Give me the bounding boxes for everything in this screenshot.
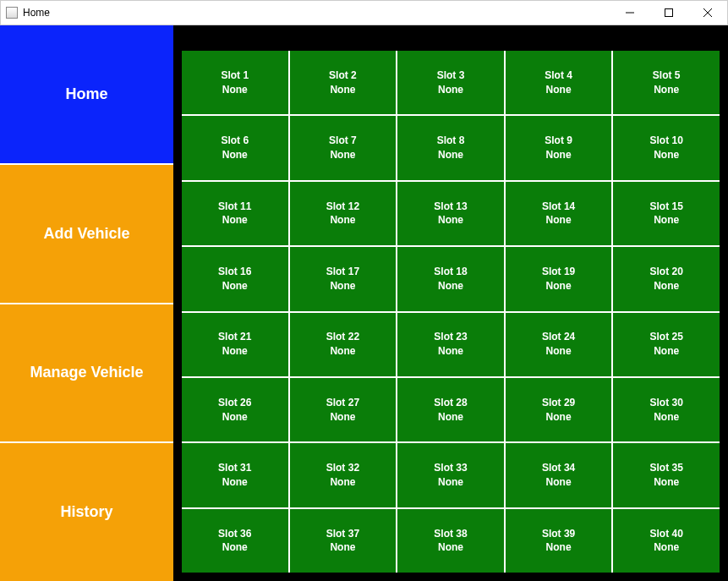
slot-status: None — [438, 540, 463, 555]
slot-cell[interactable]: Slot 18None — [397, 247, 504, 310]
slot-cell[interactable]: Slot 37None — [290, 509, 397, 573]
slot-cell[interactable]: Slot 1None — [182, 51, 288, 114]
slot-name: Slot 11 — [218, 200, 251, 214]
app-icon — [6, 7, 18, 19]
slot-status: None — [222, 213, 248, 227]
slot-cell[interactable]: Slot 21None — [182, 313, 288, 376]
slot-cell[interactable]: Slot 4None — [506, 51, 612, 114]
slot-status: None — [546, 344, 572, 359]
slot-cell[interactable]: Slot 3None — [397, 51, 504, 114]
nav-history[interactable]: History — [0, 443, 173, 581]
slot-cell[interactable]: Slot 23None — [397, 313, 504, 376]
slot-status: None — [330, 475, 355, 490]
slot-cell[interactable]: Slot 27None — [290, 378, 397, 441]
slot-grid: Slot 1NoneSlot 2NoneSlot 3NoneSlot 4None… — [182, 51, 720, 573]
main-panel: Slot 1NoneSlot 2NoneSlot 3NoneSlot 4None… — [173, 25, 728, 581]
maximize-button[interactable] — [649, 1, 688, 25]
slot-cell[interactable]: Slot 19None — [506, 247, 612, 310]
close-icon — [703, 8, 712, 17]
slot-name: Slot 6 — [221, 134, 249, 148]
slot-status: None — [654, 475, 679, 490]
slot-cell[interactable]: Slot 15None — [613, 182, 720, 245]
slot-cell[interactable]: Slot 39None — [506, 509, 612, 573]
slot-cell[interactable]: Slot 2None — [290, 51, 397, 114]
slot-cell[interactable]: Slot 29None — [506, 378, 612, 441]
slot-status: None — [654, 344, 679, 359]
slot-name: Slot 10 — [650, 134, 683, 148]
slot-name: Slot 19 — [542, 265, 575, 279]
slot-status: None — [330, 344, 355, 359]
slot-name: Slot 5 — [653, 69, 681, 83]
slot-cell[interactable]: Slot 7None — [290, 116, 397, 179]
slot-cell[interactable]: Slot 40None — [613, 509, 720, 573]
slot-name: Slot 31 — [218, 461, 251, 475]
minimize-button[interactable] — [610, 1, 649, 25]
slot-status: None — [438, 83, 463, 97]
slot-cell[interactable]: Slot 36None — [182, 509, 288, 573]
slot-status: None — [654, 540, 679, 555]
slot-cell[interactable]: Slot 5None — [613, 51, 720, 114]
slot-name: Slot 20 — [650, 265, 683, 279]
slot-cell[interactable]: Slot 25None — [613, 313, 720, 376]
slot-name: Slot 30 — [650, 396, 683, 410]
slot-cell[interactable]: Slot 28None — [397, 378, 504, 441]
slot-status: None — [330, 83, 355, 97]
nav-label: Add Vehicle — [43, 225, 129, 243]
slot-cell[interactable]: Slot 10None — [613, 116, 720, 179]
slot-name: Slot 27 — [326, 396, 359, 410]
slot-cell[interactable]: Slot 31None — [182, 443, 288, 507]
minimize-icon — [626, 8, 634, 17]
slot-cell[interactable]: Slot 11None — [182, 182, 288, 245]
slot-cell[interactable]: Slot 24None — [506, 313, 612, 376]
slot-cell[interactable]: Slot 32None — [290, 443, 397, 507]
slot-status: None — [438, 344, 463, 359]
slot-name: Slot 12 — [326, 200, 359, 214]
slot-name: Slot 25 — [650, 330, 683, 344]
slot-name: Slot 34 — [542, 461, 575, 475]
slot-cell[interactable]: Slot 35None — [613, 443, 720, 507]
window-title: Home — [23, 7, 50, 19]
slot-cell[interactable]: Slot 12None — [290, 182, 397, 245]
slot-cell[interactable]: Slot 6None — [182, 116, 288, 179]
slot-cell[interactable]: Slot 8None — [397, 116, 504, 179]
slot-status: None — [546, 410, 572, 425]
slot-name: Slot 21 — [218, 330, 251, 344]
slot-status: None — [330, 540, 355, 555]
slot-cell[interactable]: Slot 22None — [290, 313, 397, 376]
slot-cell[interactable]: Slot 30None — [613, 378, 720, 441]
nav-manage-vehicle[interactable]: Manage Vehicle — [0, 304, 173, 444]
slot-status: None — [654, 213, 679, 227]
slot-status: None — [222, 279, 248, 293]
slot-cell[interactable]: Slot 34None — [506, 443, 612, 507]
slot-name: Slot 26 — [218, 396, 251, 410]
slot-name: Slot 18 — [434, 265, 467, 279]
slot-status: None — [222, 410, 248, 425]
slot-name: Slot 29 — [542, 396, 575, 410]
slot-cell[interactable]: Slot 9None — [506, 116, 612, 179]
slot-cell[interactable]: Slot 26None — [182, 378, 288, 441]
slot-name: Slot 36 — [218, 527, 251, 541]
titlebar-left: Home — [6, 7, 50, 19]
slot-cell[interactable]: Slot 33None — [397, 443, 504, 507]
slot-name: Slot 35 — [650, 461, 683, 475]
slot-name: Slot 40 — [650, 527, 683, 541]
slot-cell[interactable]: Slot 16None — [182, 247, 288, 310]
slot-cell[interactable]: Slot 14None — [506, 182, 612, 245]
close-button[interactable] — [688, 1, 727, 25]
content: HomeAdd VehicleManage VehicleHistory Slo… — [0, 25, 728, 581]
slot-name: Slot 14 — [542, 200, 575, 214]
slot-cell[interactable]: Slot 13None — [397, 182, 504, 245]
nav-home[interactable]: Home — [0, 25, 173, 165]
slot-cell[interactable]: Slot 17None — [290, 247, 397, 310]
slot-name: Slot 3 — [437, 69, 465, 83]
slot-name: Slot 8 — [437, 134, 465, 148]
slot-status: None — [546, 540, 572, 555]
slot-name: Slot 15 — [650, 200, 683, 214]
slot-name: Slot 4 — [545, 69, 572, 83]
slot-status: None — [222, 475, 248, 490]
slot-status: None — [654, 148, 679, 162]
slot-status: None — [438, 410, 463, 425]
slot-cell[interactable]: Slot 20None — [613, 247, 720, 310]
slot-cell[interactable]: Slot 38None — [397, 509, 504, 573]
nav-add-vehicle[interactable]: Add Vehicle — [0, 165, 173, 304]
